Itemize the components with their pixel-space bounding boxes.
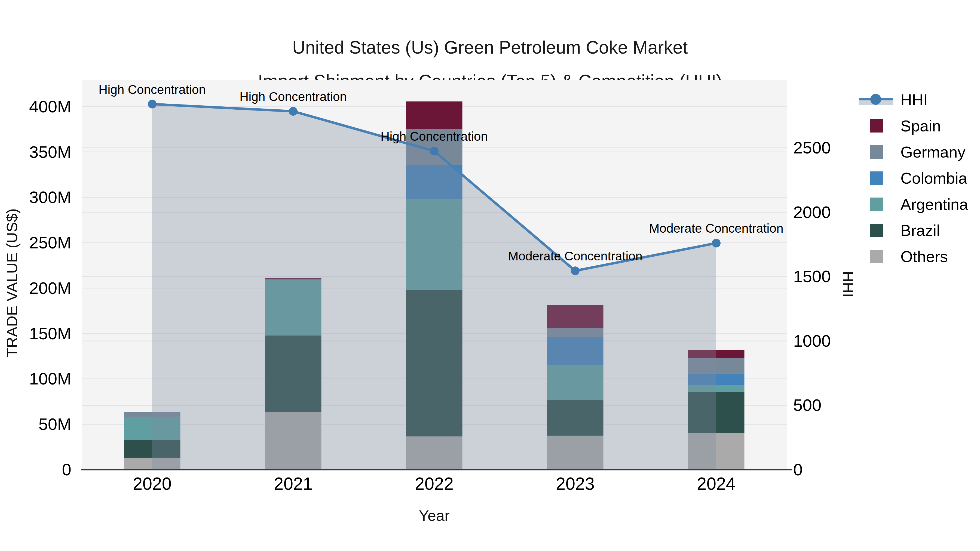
- y-left-tick-0: 0: [62, 460, 71, 479]
- legend-item-argentina: Argentina: [859, 191, 968, 217]
- y-right-tick-2500: 2500: [793, 138, 831, 157]
- y-left-tick-250: 250M: [29, 233, 71, 252]
- bar-segment-spain-2022: [406, 102, 463, 129]
- y-right-tick-1500: 1500: [793, 267, 831, 286]
- legend-swatch-colombia: [870, 171, 883, 185]
- annotation-2023: Moderate Concentration: [508, 249, 643, 263]
- y-left-tick-350: 350M: [29, 143, 71, 161]
- legend-swatch-spain: [870, 119, 883, 132]
- y-left-tick-400: 400M: [29, 97, 71, 116]
- legend-label-hhi: HHI: [900, 91, 928, 109]
- legend-label-argentina: Argentina: [900, 195, 968, 213]
- legend-item-others: Others: [859, 243, 968, 269]
- legend-swatch-germany: [870, 145, 883, 159]
- x-axis-title: Year: [0, 507, 869, 524]
- y-right-axis-title: HHI: [839, 246, 857, 322]
- x-tick-2020: 2020: [133, 474, 172, 494]
- legend-label-brazil: Brazil: [900, 221, 940, 240]
- legend-label-others: Others: [900, 247, 948, 265]
- legend-item-spain: Spain: [859, 113, 968, 139]
- legend-swatch-others: [870, 250, 883, 263]
- legend-item-germany: Germany: [859, 139, 968, 165]
- hhi-line-legend-icon: [859, 93, 893, 106]
- legend-label-colombia: Colombia: [900, 169, 967, 187]
- y-left-axis-title: TRADE VALUE (US$): [3, 207, 21, 359]
- x-tick-2023: 2023: [556, 474, 595, 494]
- y-right-tick-0: 0: [793, 460, 802, 479]
- y-left-tick-50: 50M: [38, 415, 71, 433]
- y-right-tick-1000: 1000: [793, 332, 831, 350]
- legend-item-brazil: Brazil: [859, 217, 968, 243]
- y-right-tick-2000: 2000: [793, 203, 831, 221]
- plot-canvas: High ConcentrationHigh ConcentrationHigh…: [0, 0, 980, 551]
- legend-swatch-brazil: [870, 224, 883, 237]
- annotation-2022: High Concentration: [380, 129, 488, 143]
- x-tick-2021: 2021: [274, 474, 312, 494]
- hhi-point-2024: [712, 239, 721, 247]
- y-left-tick-150: 150M: [29, 324, 71, 343]
- legend: HHISpainGermanyColombiaArgentinaBrazilOt…: [859, 87, 968, 269]
- legend-label-germany: Germany: [900, 143, 966, 161]
- x-tick-2022: 2022: [415, 474, 453, 494]
- legend-item-colombia: Colombia: [859, 165, 968, 191]
- y-right-tick-500: 500: [793, 395, 821, 414]
- hhi-point-2022: [430, 147, 439, 156]
- y-left-tick-100: 100M: [29, 369, 71, 388]
- legend-item-hhi: HHI: [859, 87, 968, 113]
- legend-label-spain: Spain: [900, 117, 941, 135]
- legend-swatch-argentina: [870, 197, 883, 211]
- hhi-point-2021: [289, 107, 298, 116]
- hhi-point-2023: [571, 267, 579, 275]
- annotation-2024: Moderate Concentration: [649, 221, 783, 235]
- annotation-2020: High Concentration: [99, 83, 206, 97]
- annotation-2021: High Concentration: [240, 89, 347, 104]
- hhi-point-2020: [148, 100, 156, 109]
- y-left-tick-300: 300M: [29, 188, 71, 206]
- y-left-tick-200: 200M: [29, 279, 71, 297]
- x-tick-2024: 2024: [697, 474, 735, 494]
